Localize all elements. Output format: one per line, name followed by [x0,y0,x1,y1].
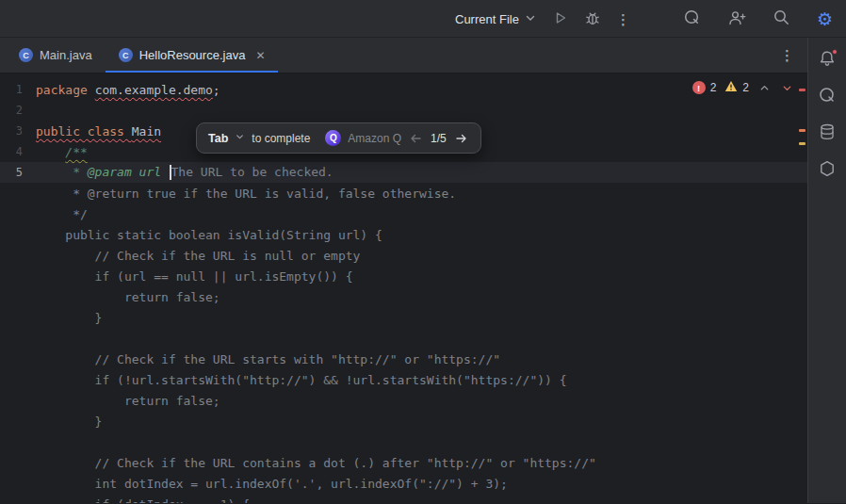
run-widget: Current File ⋮ [450,0,635,38]
kebab-icon: ⋮ [780,47,794,63]
code-line[interactable]: if (dotIndex == -1) { [0,494,807,503]
search-everywhere-button[interactable] [768,5,795,33]
amazon-q-toolbar-button[interactable] [678,5,706,33]
next-problem-button[interactable] [780,81,794,95]
line-text: if (dotIndex == -1) { [36,497,250,504]
code-line[interactable]: if (url == null || url.isEmpty()) { [0,266,807,286]
tab-key-label: Tab [208,132,228,145]
code-editor[interactable]: 1package com.example.demo;23public class… [0,73,807,503]
play-icon [552,9,569,29]
line-number[interactable]: 5 [0,166,36,179]
code-line[interactable]: // Check if the URL is null or empty [0,245,807,266]
modules-hexagon-icon [818,159,837,181]
line-text: // Check if the URL is null or empty [36,249,360,263]
code-line[interactable]: 1package com.example.demo; [0,79,807,100]
line-text: int dotIndex = url.indexOf('.', url.inde… [36,477,508,491]
completion-hint-label: to complete [252,132,310,145]
code-line[interactable]: 2 [0,100,807,121]
line-text: return false; [36,290,220,304]
tab-helloresource-java[interactable]: C HelloResource.java ✕ [106,38,279,73]
code-line[interactable]: public static boolean isValid(String url… [0,224,807,245]
code-line[interactable]: } [0,307,807,328]
code-line[interactable] [0,328,807,349]
search-icon [773,8,790,29]
line-number[interactable]: 2 [0,104,36,117]
line-text: // Check if the URL starts with "http://… [36,352,500,366]
code-line[interactable]: // Check if the URL contains a dot (.) a… [0,452,807,473]
errors-indicator[interactable]: ! 2 [692,81,717,94]
amazon-q-tool-button[interactable] [815,84,839,108]
line-text: * @return true if the URL is valid, fals… [36,187,456,201]
error-stripe-mark[interactable] [799,89,805,91]
code-line[interactable]: */ [0,203,807,224]
notifications-button[interactable] [815,47,839,72]
line-text: if (!url.startsWith("http://") && !url.s… [36,373,567,387]
completion-popup: Tab to complete Q Amazon Q 1/5 [196,122,481,154]
next-suggestion-button[interactable] [453,131,469,146]
settings-button[interactable]: ⚙ [812,7,838,32]
error-icon: ! [692,81,706,94]
toolbar-right-group: ⚙ [678,0,838,38]
add-user-icon [727,8,746,30]
gear-icon: ⚙ [817,10,833,28]
line-text: // Check if the URL contains a dot (.) a… [36,456,596,470]
database-tool-button[interactable] [815,121,839,145]
warning-stripe-mark[interactable] [799,129,805,132]
code-line[interactable]: return false; [0,390,807,411]
chevron-down-icon [524,11,537,27]
workspace-row: C Main.java C HelloResource.java ✕ ⋮ 1pa… [0,38,846,503]
kebab-icon: ⋮ [616,12,630,26]
editor-tabs: C Main.java C HelloResource.java ✕ ⋮ [0,38,807,73]
suggestion-counter: 1/5 [431,132,447,145]
error-count: 2 [710,81,717,94]
line-text: } [36,415,102,429]
line-number[interactable]: 1 [0,83,36,96]
code-line[interactable]: return false; [0,286,807,307]
amazon-q-logo: Q [325,130,341,146]
amazon-q-icon [818,86,837,107]
bug-icon [584,9,601,29]
line-number[interactable]: 4 [0,145,36,158]
right-tool-sidebar [807,38,846,503]
line-text: */ [36,207,88,221]
debug-button[interactable] [579,6,606,33]
chevron-down-icon[interactable] [235,132,245,145]
inspections-widget: ! 2 2 [692,80,794,95]
java-class-icon: C [119,48,133,62]
line-number[interactable]: 3 [0,124,36,138]
more-actions-button[interactable]: ⋮ [611,8,635,30]
code-line[interactable]: // Check if the URL starts with "http://… [0,349,807,369]
code-line[interactable]: if (!url.startsWith("http://") && !url.s… [0,369,807,390]
add-user-button[interactable] [723,5,751,34]
code-line[interactable]: } [0,411,807,431]
line-text: } [36,311,102,325]
run-button[interactable] [547,6,574,33]
prev-problem-button[interactable] [757,81,772,95]
code-line[interactable]: int dotIndex = url.indexOf('.', url.inde… [0,473,807,494]
tab-label: HelloResource.java [139,48,246,62]
database-icon [818,122,837,144]
ide-window: Current File ⋮ [0,0,846,504]
warnings-indicator[interactable]: 2 [724,80,749,95]
editor-pane: C Main.java C HelloResource.java ✕ ⋮ 1pa… [0,38,807,503]
line-text: package com.example.demo; [36,83,220,97]
code-line[interactable]: * @return true if the URL is valid, fals… [0,183,807,203]
tabbar-spacer [278,38,773,73]
modules-tool-button[interactable] [815,157,839,182]
amazon-q-icon [683,8,701,29]
code-line-current[interactable]: 5 * @param url The URL to be checked. [0,162,807,183]
line-text: if (url == null || url.isEmpty()) { [36,269,353,284]
close-tab-icon[interactable]: ✕ [255,49,265,62]
warning-stripe-mark[interactable] [799,142,805,145]
notification-dot [832,49,838,55]
line-text: /** [36,145,88,159]
prev-suggestion-button[interactable] [408,131,424,146]
run-config-label: Current File [455,12,519,26]
run-config-selector[interactable]: Current File [450,8,542,31]
line-text: public class Main [36,124,161,138]
tab-main-java[interactable]: C Main.java [6,38,106,73]
line-text: return false; [36,394,220,408]
warning-count: 2 [742,81,749,94]
code-line[interactable] [0,431,807,452]
tab-options-button[interactable]: ⋮ [773,44,802,67]
